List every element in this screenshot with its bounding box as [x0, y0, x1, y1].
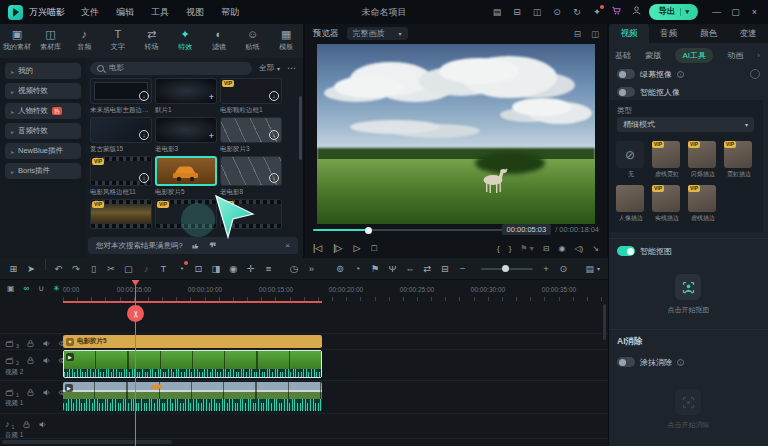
select-tool-icon[interactable]: ➤: [26, 259, 37, 279]
help-icon[interactable]: ⊙: [551, 7, 562, 18]
effect-thumbnail[interactable]: +: [155, 78, 217, 104]
timeline-vertical-scrollbar[interactable]: [603, 304, 606, 340]
download-icon[interactable]: ↓: [139, 130, 149, 140]
track-header-video-2[interactable]: 2: [5, 354, 67, 366]
export-dropdown-caret[interactable]: ▾: [680, 8, 689, 16]
motion-track-icon[interactable]: ✛: [246, 259, 257, 279]
menubar-item[interactable]: 工具: [151, 6, 169, 19]
start-erase-button[interactable]: [675, 389, 701, 415]
effect-thumbnail[interactable]: ↓: [90, 78, 152, 104]
media-tab-6[interactable]: ◐滤镜: [202, 25, 236, 58]
preset-thumbnail[interactable]: [616, 185, 644, 212]
preview-viewport[interactable]: [317, 44, 595, 224]
save-project-icon[interactable]: ◫: [531, 7, 542, 18]
preset-thumbnail[interactable]: VIP: [688, 141, 716, 168]
preview-quality-dropdown[interactable]: 完整画质▾: [347, 27, 408, 40]
cart-icon[interactable]: [611, 5, 622, 19]
more-options-button[interactable]: ⋯: [287, 63, 297, 73]
split-icon[interactable]: ✂: [106, 259, 117, 279]
mute-track-icon[interactable]: [38, 420, 47, 429]
track-header-audio-1[interactable]: ♪1: [5, 418, 47, 430]
smart-cutout-toggle[interactable]: [617, 246, 635, 256]
effect-thumbnail[interactable]: +: [155, 117, 217, 143]
media-tab-4[interactable]: ⇄转场: [135, 25, 169, 58]
marker-icon[interactable]: ⚑: [369, 259, 380, 279]
effect-item[interactable]: VIP: [220, 199, 282, 229]
media-tab-0[interactable]: ▣我的素材: [0, 25, 34, 58]
portrait-preset[interactable]: VIP实线描边: [652, 185, 682, 223]
mask-icon[interactable]: ◨: [211, 259, 222, 279]
portrait-preset[interactable]: VIP虚线描边: [688, 185, 718, 223]
media-bin-icon[interactable]: ⊞: [8, 259, 19, 279]
menubar-item[interactable]: 帮助: [221, 6, 239, 19]
effects-category-2[interactable]: ▸人物特效热: [5, 103, 81, 119]
green-screen-toggle[interactable]: [617, 69, 635, 79]
more-tools-icon[interactable]: »: [306, 259, 317, 279]
download-icon[interactable]: ↓: [139, 173, 149, 183]
detach-audio-icon[interactable]: ♪: [141, 259, 152, 279]
properties-subtab-1[interactable]: 蒙版: [645, 50, 661, 61]
zoom-out-icon[interactable]: −: [457, 259, 468, 279]
scopes-icon[interactable]: ◫: [591, 29, 599, 39]
effect-item[interactable]: VIP↓电影风格边框11: [90, 156, 152, 197]
track-header-video-1[interactable]: 1: [5, 386, 67, 398]
snapshot-button[interactable]: ◉: [558, 244, 565, 253]
effect-thumbnail[interactable]: [155, 156, 217, 186]
effect-clip[interactable]: ✦ 电影胶片5: [63, 335, 322, 348]
menubar-item[interactable]: 文件: [81, 6, 99, 19]
effects-category-0[interactable]: ▸我的: [5, 63, 81, 79]
filter-dropdown[interactable]: 全部▾: [259, 63, 280, 73]
lock-track-icon[interactable]: [26, 356, 35, 365]
account-icon[interactable]: [631, 5, 642, 19]
play-button[interactable]: ▷: [354, 243, 361, 253]
media-tab-5[interactable]: ✦特效: [168, 25, 202, 58]
none-icon[interactable]: ⊘: [616, 141, 644, 168]
effect-thumbnail[interactable]: VIP↓: [90, 156, 152, 186]
effect-thumbnail[interactable]: VIP: [90, 199, 152, 229]
mode-select[interactable]: 精细模式▾: [617, 117, 754, 132]
subtab-overflow-icon[interactable]: ›: [757, 51, 760, 60]
download-icon[interactable]: ↓: [269, 130, 279, 140]
portrait-preset[interactable]: VIP虚线霓虹: [652, 141, 682, 179]
thumbs-down-icon[interactable]: [208, 241, 217, 250]
portrait-preset[interactable]: VIP闪烁描边: [688, 141, 718, 179]
minimize-button[interactable]: —: [709, 7, 724, 17]
maximize-button[interactable]: ▢: [728, 7, 743, 17]
marker-button[interactable]: ⚑ ▾: [520, 244, 533, 253]
preview-seekbar[interactable]: [313, 229, 509, 231]
effect-thumbnail[interactable]: VIP: [155, 199, 217, 229]
gift-icon[interactable]: ✦: [591, 7, 602, 18]
properties-subtab-2[interactable]: AI工具: [675, 48, 713, 63]
effect-thumbnail[interactable]: ↓: [220, 117, 282, 143]
add-icon[interactable]: +: [209, 132, 214, 140]
reset-icon[interactable]: [750, 69, 760, 79]
effect-item[interactable]: VIP: [155, 199, 217, 229]
timeline-ruler[interactable]: 00:0000:00:05:0000:00:10:0000:00:15:0000…: [0, 284, 608, 302]
menubar-item[interactable]: 视图: [186, 6, 204, 19]
close-button[interactable]: ×: [747, 7, 762, 17]
effect-thumbnail[interactable]: VIP↓: [220, 78, 282, 104]
timeline-horizontal-scrollbar[interactable]: [2, 440, 172, 444]
effect-item[interactable]: +默片1: [155, 78, 217, 115]
preset-thumbnail[interactable]: VIP: [724, 141, 752, 168]
playback-speed-icon[interactable]: ◔: [352, 259, 363, 279]
mute-track-icon[interactable]: [42, 356, 51, 365]
effect-item[interactable]: ↓复古蒙版15: [90, 117, 152, 154]
mute-track-icon[interactable]: [42, 339, 51, 348]
check-update-icon[interactable]: ↻: [571, 7, 582, 18]
feedback-close-icon[interactable]: ×: [285, 241, 290, 250]
mark-in-button[interactable]: {: [497, 244, 500, 253]
media-tab-7[interactable]: ☺贴纸: [236, 25, 270, 58]
render-preview-icon[interactable]: ◷: [289, 259, 300, 279]
smear-erase-toggle[interactable]: [617, 357, 635, 367]
next-frame-button[interactable]: |▷: [333, 243, 342, 253]
download-icon[interactable]: ↓: [139, 91, 149, 101]
download-icon[interactable]: ↓: [269, 91, 279, 101]
mixer-icon[interactable]: ≡: [263, 259, 274, 279]
effect-item[interactable]: ↓老电影8: [220, 156, 282, 197]
search-input[interactable]: 电影: [90, 62, 252, 75]
delete-icon[interactable]: ▯: [88, 259, 99, 279]
media-tab-3[interactable]: T文字: [101, 25, 135, 58]
previous-frame-button[interactable]: |◁: [313, 243, 322, 253]
effects-category-4[interactable]: ▸NewBlue插件: [5, 143, 81, 159]
